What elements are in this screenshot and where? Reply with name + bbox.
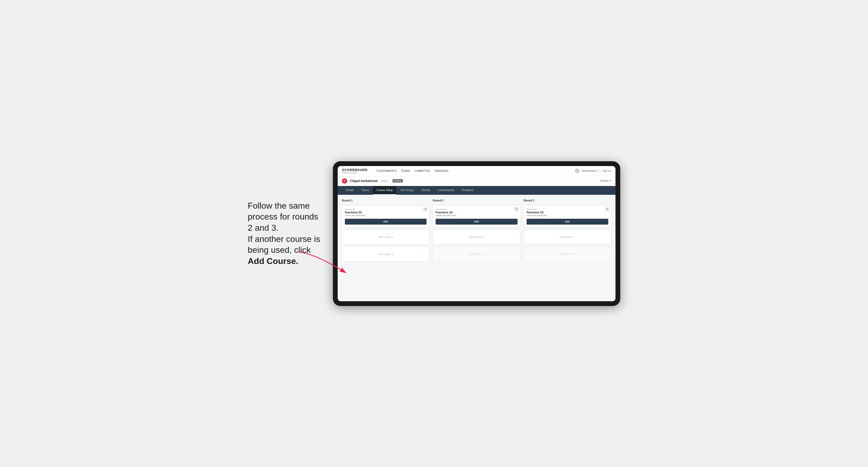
round-3-course-name: Peachtree GC: [527, 211, 608, 214]
round-3-column: Round 3 ✕ (Course A) Peachtree GC Yellow…: [524, 199, 611, 261]
round-2-course-details: Yellow (M) (6629 yds): [436, 214, 517, 217]
clippd-icon: C: [342, 178, 347, 184]
main-content: Round 1 ✕ (Course A) Peachtree GC Yellow…: [338, 195, 616, 301]
nav-right: blair@clippd.io | Sign out: [575, 168, 611, 173]
separator: |: [600, 169, 600, 172]
top-nav: SCOREBOARD Powered by clippd TOURNAMENTS…: [338, 166, 616, 176]
round-3-add-course-1-plus-icon: +: [574, 236, 575, 239]
tab-details[interactable]: Details: [342, 186, 358, 195]
round-1-label: Round 1: [342, 199, 430, 202]
hosting-badge: Hosting: [393, 179, 403, 183]
round-3-course-details: Yellow (M) (6629 yds): [527, 214, 608, 217]
round-3-add-course-2-plus-icon: +: [574, 252, 575, 256]
round-1-add-course-1[interactable]: Add Course +: [342, 230, 430, 245]
round-1-course-tag: (Course A): [345, 208, 427, 211]
round-2-add-course-2: Add Course +: [433, 247, 520, 261]
round-2-remove-button[interactable]: ✕: [514, 207, 519, 211]
round-3-label: Round 3: [524, 199, 611, 202]
sub-header: C Clippd Invitational (Men) Hosting Canc…: [338, 176, 616, 186]
tab-tee-groups[interactable]: Tee Groups: [397, 186, 418, 195]
round-2-add-course-2-label: Add Course: [469, 253, 482, 255]
round-1-remove-button[interactable]: ✕: [423, 207, 428, 211]
round-3-remove-button[interactable]: ✕: [605, 207, 609, 211]
tab-results[interactable]: Results: [418, 186, 434, 195]
logo-title: SCOREBOARD: [342, 168, 368, 172]
nav-link-committee[interactable]: COMMITTEE: [414, 168, 430, 174]
round-3-course-card: ✕ (Course A) Peachtree GC Yellow (M) (66…: [524, 205, 611, 227]
round-2-add-course-1[interactable]: Add Course +: [433, 230, 520, 245]
user-email: blair@clippd.io: [582, 169, 597, 172]
round-1-add-course-1-label: Add Course: [378, 236, 391, 239]
round-2-course-tag: (Course A): [436, 208, 517, 211]
tablet-frame: SCOREBOARD Powered by clippd TOURNAMENTS…: [333, 161, 620, 306]
round-3-add-course-2-label: Add Course: [560, 253, 572, 255]
nav-links: TOURNAMENTS TEAMS COMMITTEE RANKINGS: [376, 168, 570, 174]
round-3-add-course-1[interactable]: Add Course +: [524, 230, 611, 245]
instruction-block: Follow the same process for rounds 2 and…: [248, 200, 322, 267]
round-1-add-course-1-plus-icon: +: [392, 236, 393, 239]
round-1-edit-button[interactable]: Edit: [345, 219, 427, 225]
cancel-button[interactable]: Cancel ✕: [600, 179, 611, 182]
round-2-add-course-2-plus-icon: +: [483, 252, 484, 256]
round-1-course-details: Yellow (M) (6629 yds): [345, 214, 427, 217]
round-2-course-name: Peachtree GC: [436, 211, 517, 214]
tab-leaderboards[interactable]: Leaderboards: [434, 186, 458, 195]
tournament-men-label: (Men): [381, 180, 388, 182]
round-1-course-name: Peachtree GC: [345, 211, 427, 214]
rounds-grid: Round 1 ✕ (Course A) Peachtree GC Yellow…: [342, 199, 611, 261]
nav-link-rankings[interactable]: RANKINGS: [435, 168, 448, 174]
tournament-name: Clippd Invitational: [350, 179, 378, 183]
round-3-add-course-2: Add Course +: [524, 247, 611, 261]
round-1-course-card: ✕ (Course A) Peachtree GC Yellow (M) (66…: [342, 205, 430, 227]
sign-out-link[interactable]: Sign out: [602, 169, 611, 172]
round-3-course-tag: (Course A): [527, 208, 608, 211]
logo-area: SCOREBOARD Powered by clippd: [342, 168, 368, 174]
nav-link-tournaments[interactable]: TOURNAMENTS: [376, 168, 397, 174]
tablet-screen: SCOREBOARD Powered by clippd TOURNAMENTS…: [338, 166, 616, 301]
round-1-add-course-2-plus-icon: +: [392, 252, 393, 256]
round-2-course-card: ✕ (Course A) Peachtree GC Yellow (M) (66…: [433, 205, 520, 227]
round-1-add-course-2-label: Add Course: [378, 253, 391, 255]
round-2-label: Round 2: [433, 199, 520, 202]
logo-sub: Powered by clippd: [342, 172, 368, 174]
tab-course-setup[interactable]: Course Setup: [373, 186, 397, 195]
round-2-edit-button[interactable]: Edit: [436, 219, 517, 225]
page-wrapper: Follow the same process for rounds 2 and…: [248, 161, 620, 306]
round-2-add-course-1-plus-icon: +: [483, 236, 484, 239]
round-3-edit-button[interactable]: Edit: [527, 219, 608, 225]
instruction-bold: Add Course.: [248, 256, 298, 266]
instruction-text-line1: Follow the same process for rounds 2 and…: [248, 201, 320, 266]
round-1-column: Round 1 ✕ (Course A) Peachtree GC Yellow…: [342, 199, 430, 261]
tab-teams[interactable]: Teams: [358, 186, 373, 195]
round-1-add-course-2[interactable]: Add Course +: [342, 247, 430, 261]
tab-bar: Details Teams Course Setup Tee Groups Re…: [338, 186, 616, 195]
round-2-add-course-1-label: Add Course: [469, 236, 482, 239]
user-avatar: [575, 168, 580, 173]
tab-printables[interactable]: Printables: [458, 186, 477, 195]
nav-link-teams[interactable]: TEAMS: [401, 168, 410, 174]
round-2-column: Round 2 ✕ (Course A) Peachtree GC Yellow…: [433, 199, 520, 261]
round-3-add-course-1-label: Add Course: [560, 236, 572, 239]
